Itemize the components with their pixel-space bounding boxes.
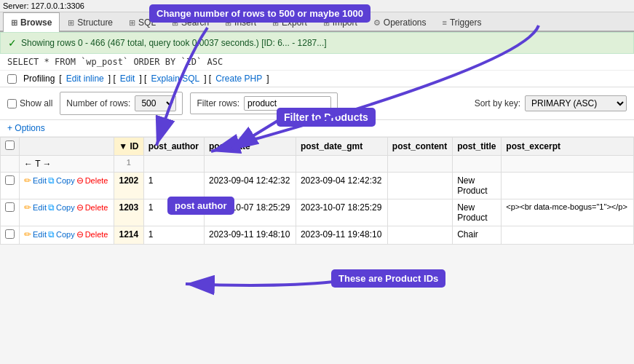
copy-link-1202[interactable]: Copy (56, 176, 75, 185)
tab-sql-label: SQL (138, 17, 156, 28)
nav-excerpt-cell (502, 156, 634, 173)
info-text: Showing rows 0 - 466 (467 total, query t… (21, 38, 327, 48)
operations-icon: ⚙ (373, 18, 381, 28)
row-author-1214: 1 (143, 226, 204, 245)
profiling-bar: Profiling [ Edit inline ] [ Edit ] [ Exp… (0, 71, 634, 87)
delete-link-1202[interactable]: Delete (85, 176, 108, 185)
copy-icon: ⧉ (48, 202, 55, 213)
row-id-1202: 1202 (114, 173, 143, 199)
pencil-icon: ✏ (24, 202, 31, 213)
row-excerpt-1203: <p><br data-mce-bogus="1"></p> (502, 199, 634, 226)
check-icon: ✓ (8, 37, 17, 49)
sort-select[interactable]: PRIMARY (ASC) PRIMARY (DESC) (525, 95, 627, 111)
create-php-link[interactable]: Create PHP (215, 74, 262, 84)
row-excerpt-1214 (502, 226, 634, 245)
show-all-checkbox[interactable] (7, 99, 17, 108)
rows-select[interactable]: 25 50 100 250 500 1000 (135, 95, 176, 111)
row-actions-1203: ✏ Edit ⧉ Copy ⊖ Delete (20, 199, 114, 226)
row-date-gmt-1203: 2023-10-07 18:25:29 (296, 199, 387, 226)
sql-bar: SELECT * FROM `wp_post` ORDER BY `ID` AS… (0, 54, 634, 71)
tab-import-label: Import (333, 17, 357, 28)
row-actions-1214: ✏ Edit ⧉ Copy ⊖ Delete (20, 226, 114, 245)
select-all-checkbox[interactable] (5, 141, 15, 150)
copy-link-1203[interactable]: Copy (56, 203, 75, 212)
edit-link-1202[interactable]: Edit (33, 176, 47, 185)
row-actions-1202: ✏ Edit ⧉ Copy ⊖ Delete (20, 173, 114, 199)
tab-sql[interactable]: ⊞ SQL (121, 12, 164, 32)
sep3: ] [ (204, 74, 211, 84)
controls-bar: Show all Number of rows: 25 50 100 250 5… (0, 87, 634, 120)
nav-title-cell (453, 156, 502, 173)
tab-import[interactable]: ⊞ Import (315, 12, 365, 32)
explain-sql-link[interactable]: Explain SQL (151, 74, 199, 84)
structure-icon: ⊞ (68, 18, 74, 28)
tab-structure[interactable]: ⊞ Structure (60, 12, 121, 32)
profiling-sep: [ (59, 74, 61, 84)
row-author-1203: 1 (143, 199, 204, 226)
nav-checkbox-cell (1, 156, 20, 173)
browse-icon: ⊞ (11, 18, 17, 28)
rows-control-group: Number of rows: 25 50 100 250 500 1000 (60, 92, 183, 115)
options-link[interactable]: + Options (7, 123, 45, 133)
col-header-post-content[interactable]: post_content (387, 138, 452, 156)
tab-insert-label: Insert (234, 17, 256, 28)
row-id-1214: 1214 (114, 226, 143, 245)
edit-link[interactable]: Edit (120, 74, 135, 84)
tab-operations[interactable]: ⚙ Change number of rows to 500 or maybe … (365, 12, 435, 32)
edit-link-1203[interactable]: Edit (33, 203, 47, 212)
tab-export-label: Export (282, 17, 307, 28)
tab-triggers[interactable]: ≡ Triggers (435, 12, 490, 32)
edit-link-1214[interactable]: Edit (33, 230, 47, 239)
tab-search-label: Search (181, 17, 209, 28)
delete-icon: ⊖ (76, 229, 84, 240)
col-header-post-date[interactable]: post_date (204, 138, 296, 156)
export-icon: ⊞ (272, 18, 279, 28)
row-excerpt-1202 (502, 173, 634, 199)
row-id-1203: 1203 (114, 199, 143, 226)
sql-icon: ⊞ (129, 18, 135, 28)
nav-t-icon: T (35, 159, 40, 169)
profiling-label: Profiling (23, 74, 55, 84)
row-date-1203: 2023-10-07 18:25:29 (204, 199, 296, 226)
tab-structure-label: Structure (77, 17, 113, 28)
delete-icon: ⊖ (76, 202, 84, 213)
profiling-checkbox[interactable] (7, 74, 17, 84)
row-date-gmt-1202: 2023-09-04 12:42:32 (296, 173, 387, 199)
nav-left-icon: ← (24, 159, 33, 169)
tab-export[interactable]: ⊞ Export (264, 12, 315, 32)
sep2: ] [ (139, 74, 146, 84)
copy-link-1214[interactable]: Copy (56, 230, 75, 239)
tab-bar: ⊞ Browse ⊞ Structure ⊞ SQL ⊞ Search ⊞ In… (0, 12, 634, 32)
col-header-post-title[interactable]: post_title (453, 138, 502, 156)
row-title-1214: Chair (453, 226, 502, 245)
col-header-post-author[interactable]: post_author (143, 138, 204, 156)
filter-input[interactable] (244, 96, 331, 111)
delete-link-1203[interactable]: Delete (85, 203, 108, 212)
tab-insert[interactable]: ⊞ Insert (217, 12, 264, 32)
nav-date-cell (204, 156, 296, 173)
show-all-label: Show all (20, 98, 52, 108)
row-content-1202 (387, 173, 452, 199)
data-table: ▼ ID post_author post_date post_date_gmt… (0, 137, 634, 245)
row-date-1202: 2023-09-04 12:42:32 (204, 173, 296, 199)
triggers-icon: ≡ (443, 18, 447, 27)
col-header-post-date-gmt[interactable]: post_date_gmt (296, 138, 387, 156)
col-header-post-excerpt[interactable]: post_excerpt (502, 138, 634, 156)
data-table-wrapper: ▼ ID post_author post_date post_date_gmt… (0, 137, 634, 245)
row-checkbox-1203 (1, 199, 20, 226)
row-title-1202: NewProduct (453, 173, 502, 199)
edit-inline-link[interactable]: Edit inline (66, 74, 104, 84)
col-header-id: ▼ ID (114, 138, 143, 156)
sep1: ] [ (108, 74, 116, 84)
delete-icon: ⊖ (76, 175, 84, 186)
row-checkbox-1202 (1, 173, 20, 199)
sort-label: Sort by key: (475, 98, 520, 108)
row-title-1203: NewProduct (453, 199, 502, 226)
nav-id-cell: 1 (114, 156, 143, 173)
tab-browse[interactable]: ⊞ Browse (3, 12, 60, 32)
delete-link-1214[interactable]: Delete (85, 230, 108, 239)
table-row: ✏ Edit ⧉ Copy ⊖ Delete 1214 1 2023-09-11… (1, 226, 634, 245)
sep4: ] (266, 74, 269, 84)
nav-date-gmt-cell (296, 156, 387, 173)
tab-search[interactable]: ⊞ Search (164, 12, 217, 32)
